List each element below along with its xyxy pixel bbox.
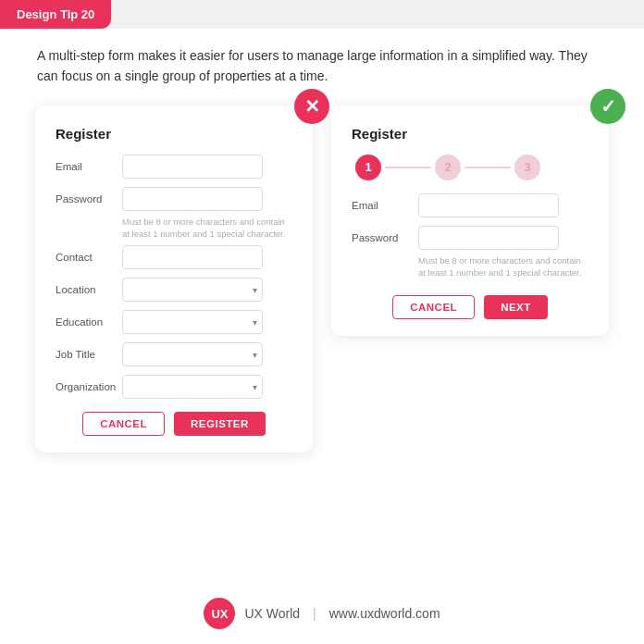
password-row-good: Password [352, 226, 588, 250]
jobtitle-select-bad[interactable] [122, 342, 263, 366]
bad-card-title: Register [56, 126, 292, 142]
next-button[interactable]: NEXT [484, 295, 548, 319]
design-tip-badge: Design Tip 20 [0, 0, 111, 29]
bad-button-row: CANCEL REGISTER [56, 412, 292, 436]
location-select-wrapper: ▾ [122, 278, 263, 302]
steps-row: 1 2 3 [352, 155, 588, 180]
step-line-2 [464, 167, 511, 168]
email-label-bad: Email [56, 161, 122, 172]
register-button[interactable]: REGISTER [174, 412, 266, 436]
step-3-circle[interactable]: 3 [514, 155, 540, 180]
description-text: A multi-step form makes it easier for us… [0, 29, 644, 96]
good-badge-icon: ✓ [590, 89, 625, 124]
contact-label-bad: Contact [56, 252, 122, 263]
email-label-good: Email [352, 200, 418, 211]
step-2-circle[interactable]: 2 [435, 155, 461, 180]
location-label-bad: Location [56, 284, 122, 295]
bad-form-card: ✕ Register Email Password Must be 8 or m… [35, 105, 313, 453]
jobtitle-select-wrapper: ▾ [122, 342, 263, 366]
footer-divider: | [313, 606, 316, 621]
password-hint-bad: Must be 8 or more characters and contain… [122, 216, 292, 241]
good-card-title: Register [352, 126, 588, 142]
password-row-bad: Password [56, 187, 292, 211]
education-row-bad: Education ▾ [56, 310, 292, 334]
contact-row-bad: Contact [56, 245, 292, 269]
forms-row: ✕ Register Email Password Must be 8 or m… [0, 96, 644, 588]
education-select-wrapper: ▾ [122, 310, 263, 334]
password-hint-good: Must be 8 or more characters and contain… [418, 254, 588, 279]
footer-url: www.uxdworld.com [329, 606, 440, 621]
jobtitle-label-bad: Job Title [56, 349, 122, 360]
good-form-card: ✓ Register 1 2 3 Email Password Must be … [331, 105, 609, 337]
bad-badge-icon: ✕ [294, 89, 329, 124]
org-select-wrapper: ▾ [122, 375, 263, 399]
org-label-bad: Organization [56, 381, 122, 392]
password-input-good[interactable] [418, 226, 559, 250]
email-row-good: Email [352, 193, 588, 217]
location-select-bad[interactable] [122, 278, 263, 302]
email-input-good[interactable] [418, 193, 559, 217]
step-1-circle[interactable]: 1 [355, 155, 381, 180]
cancel-button-good[interactable]: CANCEL [392, 295, 475, 319]
education-select-bad[interactable] [122, 310, 263, 334]
education-label-bad: Education [56, 316, 122, 328]
contact-input-bad[interactable] [122, 245, 263, 269]
location-row-bad: Location ▾ [56, 278, 292, 302]
page-wrapper: Design Tip 20 A multi-step form makes it… [0, 0, 644, 644]
password-label-good: Password [352, 232, 418, 243]
ux-logo: UX [204, 598, 235, 629]
org-select-bad[interactable] [122, 375, 263, 399]
cancel-button-bad[interactable]: CANCEL [82, 412, 165, 436]
email-row-bad: Email [56, 155, 292, 179]
jobtitle-row-bad: Job Title ▾ [56, 342, 292, 366]
password-label-bad: Password [56, 193, 122, 204]
footer: UX UX World | www.uxdworld.com [0, 588, 644, 644]
org-row-bad: Organization ▾ [56, 375, 292, 399]
email-input-bad[interactable] [122, 155, 263, 179]
password-input-bad[interactable] [122, 187, 263, 211]
brand-name: UX World [244, 606, 300, 621]
header-banner: Design Tip 20 [0, 0, 644, 29]
step-line-1 [385, 167, 431, 168]
good-button-row: CANCEL NEXT [352, 295, 588, 319]
